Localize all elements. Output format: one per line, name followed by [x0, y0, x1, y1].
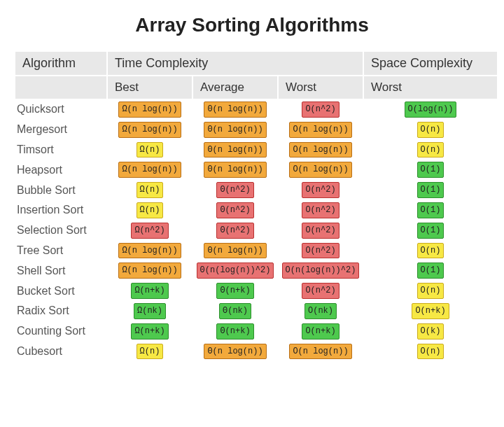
- table-row: Counting SortΩ(n+k)Θ(n+k)O(n+k)O(k): [15, 322, 497, 341]
- time-worst-chip: O(n+k): [302, 323, 339, 340]
- algorithm-name: Cubesort: [15, 342, 106, 361]
- time-average-cell: Θ(n log(n)): [193, 120, 277, 139]
- time-worst-cell: O(n(log(n))^2): [279, 261, 363, 280]
- time-average-chip: Θ(n+k): [216, 323, 253, 340]
- time-best-chip: Ω(n): [136, 182, 164, 198]
- time-worst-cell: O(n^2): [279, 201, 363, 220]
- time-worst-cell: O(nk): [279, 302, 363, 321]
- time-best-cell: Ω(n log(n)): [108, 120, 192, 139]
- time-average-chip: Θ(n^2): [216, 182, 253, 198]
- subheader-best: Best: [108, 76, 192, 99]
- time-worst-cell: O(n^2): [279, 181, 363, 200]
- time-worst-cell: O(n log(n)): [279, 141, 363, 160]
- time-average-chip: Θ(n log(n)): [204, 344, 266, 360]
- time-best-chip: Ω(n): [136, 202, 164, 218]
- time-average-chip: Θ(n^2): [216, 223, 253, 239]
- subheader-average: Average: [193, 76, 277, 99]
- space-worst-cell: O(n): [364, 342, 497, 361]
- space-worst-chip: O(1): [417, 182, 444, 198]
- time-best-chip: Ω(n): [136, 344, 164, 360]
- table-row: Bubble SortΩ(n)Θ(n^2)O(n^2)O(1): [15, 181, 497, 200]
- space-worst-cell: O(n+k): [364, 302, 497, 321]
- space-worst-chip: O(1): [417, 202, 444, 218]
- time-average-cell: Θ(n log(n)): [193, 160, 277, 179]
- space-worst-cell: O(1): [364, 160, 497, 179]
- time-average-cell: Θ(n^2): [193, 201, 277, 220]
- algorithm-name: Mergesort: [15, 120, 106, 139]
- time-worst-cell: O(n log(n)): [279, 160, 363, 179]
- space-worst-cell: O(1): [364, 201, 497, 220]
- time-average-cell: Θ(n+k): [193, 281, 277, 300]
- space-worst-chip: O(n): [417, 283, 444, 299]
- time-best-cell: Ω(n+k): [108, 281, 192, 300]
- time-average-cell: Θ(n(log(n))^2): [193, 261, 277, 280]
- time-best-chip: Ω(n+k): [131, 323, 168, 340]
- table-row: Insertion SortΩ(n)Θ(n^2)O(n^2)O(1): [15, 201, 497, 220]
- table-row: MergesortΩ(n log(n))Θ(n log(n))O(n log(n…: [15, 120, 497, 139]
- time-average-chip: Θ(n log(n)): [204, 162, 266, 178]
- space-worst-chip: O(1): [417, 223, 444, 239]
- header-space: Space Complexity: [364, 52, 497, 75]
- algorithm-name: Heapsort: [15, 160, 106, 179]
- time-worst-chip: O(n^2): [302, 182, 339, 198]
- algorithm-name: Bucket Sort: [15, 281, 106, 300]
- time-best-chip: Ω(nk): [134, 303, 166, 319]
- time-average-cell: Θ(n^2): [193, 221, 277, 240]
- time-average-chip: Θ(n(log(n))^2): [197, 262, 274, 279]
- table-row: Tree SortΩ(n log(n))Θ(n log(n))O(n^2)O(n…: [15, 241, 497, 260]
- complexity-table: Algorithm Time Complexity Space Complexi…: [14, 50, 498, 362]
- time-worst-chip: O(n^2): [302, 283, 339, 299]
- time-average-cell: Θ(n log(n)): [193, 141, 277, 160]
- time-average-chip: Θ(n log(n)): [204, 243, 266, 259]
- time-average-chip: Θ(n log(n)): [204, 102, 266, 118]
- header-algorithm: Algorithm: [15, 52, 106, 75]
- time-average-cell: Θ(n^2): [193, 181, 277, 200]
- space-worst-chip: O(log(n)): [405, 102, 457, 118]
- algorithm-name: Counting Sort: [15, 322, 106, 341]
- time-worst-cell: O(n log(n)): [279, 342, 363, 361]
- time-best-cell: Ω(n log(n)): [108, 160, 192, 179]
- time-worst-chip: O(n(log(n))^2): [282, 262, 360, 279]
- space-worst-cell: O(n): [364, 120, 497, 139]
- time-best-chip: Ω(n log(n)): [118, 243, 181, 259]
- space-worst-cell: O(n): [364, 281, 497, 300]
- time-best-cell: Ω(n): [108, 342, 192, 361]
- time-worst-chip: O(n^2): [302, 223, 339, 239]
- algorithm-name: Insertion Sort: [15, 201, 106, 220]
- time-best-cell: Ω(n+k): [108, 322, 192, 341]
- algorithm-name: Radix Sort: [15, 302, 106, 321]
- time-average-chip: Θ(n log(n)): [204, 142, 266, 158]
- table-row: Selection SortΩ(n^2)Θ(n^2)O(n^2)O(1): [15, 221, 497, 240]
- time-best-chip: Ω(n log(n)): [118, 102, 181, 118]
- table-row: Radix SortΩ(nk)Θ(nk)O(nk)O(n+k): [15, 302, 497, 321]
- time-worst-chip: O(n^2): [302, 243, 339, 259]
- table-row: Shell SortΩ(n log(n))Θ(n(log(n))^2)O(n(l…: [15, 261, 497, 280]
- space-worst-chip: O(1): [417, 262, 444, 279]
- algorithm-name: Shell Sort: [15, 261, 106, 280]
- time-worst-cell: O(n^2): [279, 241, 363, 260]
- subheader-blank: [15, 76, 106, 99]
- time-worst-chip: O(n log(n)): [289, 122, 351, 138]
- time-best-cell: Ω(n^2): [108, 221, 192, 240]
- table-row: TimsortΩ(n)Θ(n log(n))O(n log(n))O(n): [15, 141, 497, 160]
- space-worst-cell: O(n): [364, 141, 497, 160]
- time-average-chip: Θ(n^2): [216, 202, 253, 218]
- table-row: HeapsortΩ(n log(n))Θ(n log(n))O(n log(n)…: [15, 160, 497, 179]
- time-average-cell: Θ(n log(n)): [193, 342, 277, 361]
- time-best-cell: Ω(n): [108, 181, 192, 200]
- time-best-chip: Ω(n log(n)): [118, 122, 181, 138]
- time-best-chip: Ω(n log(n)): [118, 162, 181, 178]
- time-best-chip: Ω(n+k): [131, 283, 168, 299]
- time-best-chip: Ω(n^2): [131, 223, 168, 239]
- header-time: Time Complexity: [108, 52, 363, 75]
- time-average-cell: Θ(n log(n)): [193, 100, 277, 119]
- time-worst-chip: O(n log(n)): [289, 344, 351, 360]
- time-average-cell: Θ(nk): [193, 302, 277, 321]
- algorithm-name: Quicksort: [15, 100, 106, 119]
- algorithm-name: Timsort: [15, 141, 106, 160]
- space-worst-chip: O(n): [417, 142, 444, 158]
- time-average-chip: Θ(n+k): [216, 283, 253, 299]
- time-worst-chip: O(n log(n)): [289, 142, 351, 158]
- space-worst-chip: O(n): [417, 122, 444, 138]
- time-best-chip: Ω(n): [136, 142, 164, 158]
